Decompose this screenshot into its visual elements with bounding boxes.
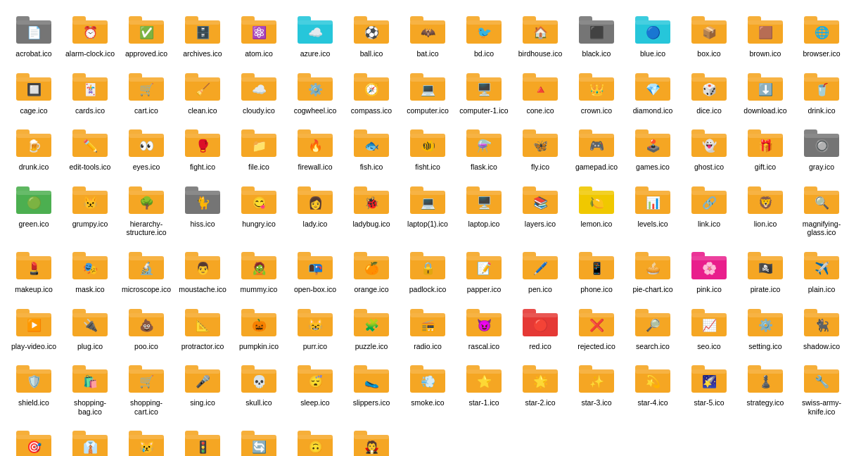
icon-item-padlock[interactable]: 🔒 padlock.ico — [400, 241, 456, 298]
icon-item-lion[interactable]: 🦁 lion.ico — [737, 176, 793, 241]
icon-item-cone[interactable]: 🔺 cone.ico — [512, 63, 568, 120]
icon-item-star-1[interactable]: ⭐ star-1.ico — [456, 355, 512, 420]
icon-item-cage[interactable]: 🔲 cage.ico — [6, 63, 62, 120]
icon-item-cart[interactable]: 🛒 cart.ico — [118, 63, 174, 120]
icon-item-computer[interactable]: 💻 computer.ico — [400, 63, 456, 120]
icon-item-makeup[interactable]: 💄 makeup.ico — [6, 241, 62, 298]
icon-item-papper[interactable]: 📝 papper.ico — [456, 241, 512, 298]
icon-item-flask[interactable]: ⚗️ flask.ico — [456, 119, 512, 176]
icon-item-plain[interactable]: ✈️ plain.ico — [793, 241, 850, 298]
icon-item-phone[interactable]: 📱 phone.ico — [568, 241, 625, 298]
icon-item-red[interactable]: 🔴 red.ico — [512, 298, 568, 355]
icon-item-rejected[interactable]: ❌ rejected.ico — [568, 298, 625, 355]
icon-item-browser[interactable]: 🌐 browser.ico — [793, 6, 850, 63]
icon-item-ladybug[interactable]: 🐞 ladybug.ico — [343, 176, 400, 241]
icon-item-drink[interactable]: 🥤 drink.ico — [793, 63, 850, 120]
icon-item-drunk[interactable]: 🍺 drunk.ico — [6, 119, 62, 176]
icon-item-orange[interactable]: 🍊 orange.ico — [343, 241, 400, 298]
icon-item-mummy[interactable]: 🧟 mummy.ico — [231, 241, 287, 298]
icon-item-shopping-cart[interactable]: 🛒 shopping-cart.ico — [118, 355, 174, 420]
icon-item-poo[interactable]: 💩 poo.ico — [118, 298, 174, 355]
icon-item-crown[interactable]: 👑 crown.ico — [568, 63, 625, 120]
icon-item-approved[interactable]: ✅ approved.ico — [118, 6, 174, 63]
icon-item-blue[interactable]: 🔵 blue.ico — [625, 6, 681, 63]
icon-item-gift[interactable]: 🎁 gift.ico — [737, 119, 793, 176]
icon-item-star-2[interactable]: 🌟 star-2.ico — [512, 355, 568, 420]
icon-item-magnifying-glass[interactable]: 🔍 magnifying-glass.ico — [793, 176, 850, 241]
icon-item-sleep[interactable]: 😴 sleep.ico — [287, 355, 343, 420]
icon-item-edit-tools[interactable]: ✏️ edit-tools.ico — [62, 119, 118, 176]
icon-item-pen[interactable]: 🖊️ pen.ico — [512, 241, 568, 298]
icon-item-rascal[interactable]: 😈 rascal.ico — [456, 298, 512, 355]
icon-item-laptop1[interactable]: 💻 laptop(1).ico — [400, 176, 456, 241]
icon-item-link[interactable]: 🔗 link.ico — [681, 176, 737, 241]
icon-item-tied[interactable]: 👔 tied.ico — [62, 420, 118, 456]
icon-item-black[interactable]: ⬛ black.ico — [568, 6, 625, 63]
icon-item-cogwheel[interactable]: ⚙️ cogwheel.ico — [287, 63, 343, 120]
icon-item-levels[interactable]: 📊 levels.ico — [625, 176, 681, 241]
icon-item-pie-chart[interactable]: 🥧 pie-chart.ico — [625, 241, 681, 298]
icon-item-file[interactable]: 📁 file.ico — [231, 119, 287, 176]
icon-item-birdhouse[interactable]: 🏠 birdhouse.ico — [512, 6, 568, 63]
icon-item-microscope[interactable]: 🔬 microscope.ico — [118, 241, 174, 298]
icon-item-gray[interactable]: 🔘 gray.ico — [793, 119, 850, 176]
icon-item-lady[interactable]: 👩 lady.ico — [287, 176, 343, 241]
icon-item-smoke[interactable]: 💨 smoke.ico — [400, 355, 456, 420]
icon-item-eyes[interactable]: 👀 eyes.ico — [118, 119, 174, 176]
icon-item-sing[interactable]: 🎤 sing.ico — [174, 355, 231, 420]
icon-item-target[interactable]: 🎯 target.ico — [6, 420, 62, 456]
icon-item-firewall[interactable]: 🔥 firewall.ico — [287, 119, 343, 176]
icon-item-star-3[interactable]: ✨ star-3.ico — [568, 355, 625, 420]
icon-item-bd[interactable]: 🐦 bd.ico — [456, 6, 512, 63]
icon-item-mask[interactable]: 🎭 mask.ico — [62, 241, 118, 298]
icon-item-strategy[interactable]: ♟️ strategy.ico — [737, 355, 793, 420]
icon-item-download[interactable]: ⬇️ download.ico — [737, 63, 793, 120]
icon-item-skull[interactable]: 💀 skull.ico — [231, 355, 287, 420]
icon-item-atom[interactable]: ⚛️ atom.ico — [231, 6, 287, 63]
icon-item-vampire[interactable]: 🧛 vampire.ico — [343, 420, 400, 456]
icon-item-ghost[interactable]: 👻 ghost.ico — [681, 119, 737, 176]
icon-item-moustache[interactable]: 👨 moustache.ico — [174, 241, 231, 298]
icon-item-hiss[interactable]: 🐈 hiss.ico — [174, 176, 231, 241]
icon-item-fisht[interactable]: 🐠 fisht.ico — [400, 119, 456, 176]
icon-item-cards[interactable]: 🃏 cards.ico — [62, 63, 118, 120]
icon-item-compass[interactable]: 🧭 compass.ico — [343, 63, 400, 120]
icon-item-upsidedown[interactable]: 🙃 upsidedown.ico — [287, 420, 343, 456]
icon-item-seo[interactable]: 📈 seo.ico — [681, 298, 737, 355]
icon-item-slippers[interactable]: 🥿 slippers.ico — [343, 355, 400, 420]
icon-item-layers[interactable]: 📚 layers.ico — [512, 176, 568, 241]
icon-item-torture[interactable]: 😿 torture.ico — [118, 420, 174, 456]
icon-item-clean[interactable]: 🧹 clean.ico — [174, 63, 231, 120]
icon-item-pirate[interactable]: 🏴‍☠️ pirate.ico — [737, 241, 793, 298]
icon-item-traffic-lights[interactable]: 🚦 traffic-lights.ico — [174, 420, 231, 456]
icon-item-swiss-army-knife[interactable]: 🔧 swiss-army-knife.ico — [793, 355, 850, 420]
icon-item-pink[interactable]: 🌸 pink.ico — [681, 241, 737, 298]
icon-item-green[interactable]: 🟢 green.ico — [6, 176, 62, 241]
icon-item-laptop[interactable]: 🖥️ laptop.ico — [456, 176, 512, 241]
icon-item-star-4[interactable]: 💫 star-4.ico — [625, 355, 681, 420]
icon-item-purr[interactable]: 😸 purr.ico — [287, 298, 343, 355]
icon-item-azure[interactable]: ☁️ azure.ico — [287, 6, 343, 63]
icon-item-computer-1[interactable]: 🖥️ computer-1.ico — [456, 63, 512, 120]
icon-item-open-box[interactable]: 📭 open-box.ico — [287, 241, 343, 298]
icon-item-protractor[interactable]: 📐 protractor.ico — [174, 298, 231, 355]
icon-item-lemon[interactable]: 🍋 lemon.ico — [568, 176, 625, 241]
icon-item-cloudy[interactable]: ☁️ cloudy.ico — [231, 63, 287, 120]
icon-item-fly[interactable]: 🦋 fly.ico — [512, 119, 568, 176]
icon-item-play-video[interactable]: ▶️ play-video.ico — [6, 298, 62, 355]
icon-item-shopping-bag[interactable]: 🛍️ shopping-bag.ico — [62, 355, 118, 420]
icon-item-brown[interactable]: 🟫 brown.ico — [737, 6, 793, 63]
icon-item-dice[interactable]: 🎲 dice.ico — [681, 63, 737, 120]
icon-item-gamepad[interactable]: 🎮 gamepad.ico — [568, 119, 625, 176]
icon-item-hierarchy-structure[interactable]: 🌳 hierarchy-structure.ico — [118, 176, 174, 241]
icon-item-alarm-clock[interactable]: ⏰ alarm-clock.ico — [62, 6, 118, 63]
icon-item-ball[interactable]: ⚽ ball.ico — [343, 6, 400, 63]
icon-item-puzzle[interactable]: 🧩 puzzle.ico — [343, 298, 400, 355]
icon-item-shield[interactable]: 🛡️ shield.ico — [6, 355, 62, 420]
icon-item-setting[interactable]: ⚙️ setting.ico — [737, 298, 793, 355]
icon-item-acrobat[interactable]: 📄 acrobat.ico — [6, 6, 62, 63]
icon-item-fight[interactable]: 🥊 fight.ico — [174, 119, 231, 176]
icon-item-diamond[interactable]: 💎 diamond.ico — [625, 63, 681, 120]
icon-item-pumpkin[interactable]: 🎃 pumpkin.ico — [231, 298, 287, 355]
icon-item-grumpy[interactable]: 😾 grumpy.ico — [62, 176, 118, 241]
